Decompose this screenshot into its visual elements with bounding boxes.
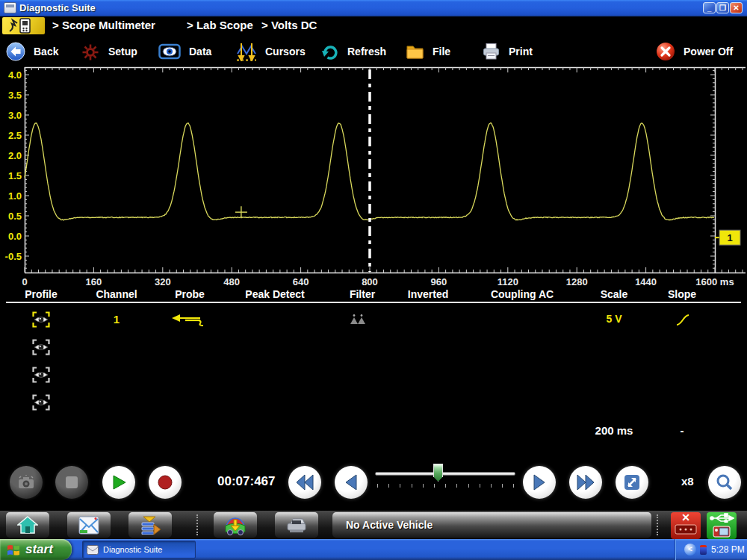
slope-icon[interactable] xyxy=(675,314,690,329)
channel-1-marker[interactable] xyxy=(719,230,740,245)
header-divider xyxy=(6,302,741,303)
data-button[interactable]: Data xyxy=(158,35,211,67)
record-button[interactable] xyxy=(149,466,182,499)
rewind-button[interactable] xyxy=(288,466,321,499)
profile-eye-button-1[interactable] xyxy=(32,311,50,328)
refresh-button[interactable]: Refresh xyxy=(320,35,386,67)
windows-taskbar: start Diagnostic Suite < 5:28 PM xyxy=(0,539,747,560)
svg-text:3.0: 3.0 xyxy=(8,110,22,121)
scanner-icon xyxy=(285,516,308,534)
timebase-slope[interactable]: - xyxy=(681,424,684,437)
file-button[interactable]: File xyxy=(406,35,450,67)
filter-icon[interactable] xyxy=(350,314,366,329)
home-button[interactable] xyxy=(6,512,49,538)
camera-icon xyxy=(17,475,35,490)
channel-1-value[interactable]: 1 xyxy=(114,313,120,326)
system-tray: < 5:28 PM xyxy=(675,539,747,560)
fast-forward-icon xyxy=(576,473,595,491)
snapshot-button[interactable] xyxy=(10,466,43,499)
svg-text:320: 320 xyxy=(155,276,171,287)
step-forward-button[interactable] xyxy=(523,466,556,499)
profile-eye-button-4[interactable] xyxy=(32,394,50,411)
taskbar-task-diagnostic-suite[interactable]: Diagnostic Suite xyxy=(82,541,196,559)
resize-button[interactable] xyxy=(616,466,648,499)
col-header-coupling-ac: Coupling AC xyxy=(491,288,554,300)
tray-chevron-button[interactable]: < xyxy=(684,544,696,556)
breadcrumb-volts-dc[interactable]: > Volts DC xyxy=(261,19,317,31)
col-header-channel: Channel xyxy=(96,288,137,300)
messages-button[interactable] xyxy=(67,512,111,538)
svg-text:-0.5: -0.5 xyxy=(5,251,22,262)
setup-icon xyxy=(81,42,100,61)
eye-icon xyxy=(32,394,50,411)
resize-icon xyxy=(623,473,641,491)
zoom-button[interactable] xyxy=(708,466,741,499)
playback-slider-thumb[interactable] xyxy=(433,464,443,482)
print-button[interactable]: Print xyxy=(482,35,533,67)
task-label: Diagnostic Suite xyxy=(103,545,163,554)
start-button[interactable]: start xyxy=(0,539,72,560)
playback-timestamp: 00:07:467 xyxy=(217,474,285,489)
svg-text:640: 640 xyxy=(293,276,309,287)
cursors-icon xyxy=(236,42,257,61)
data-manager-icon xyxy=(139,515,161,535)
playback-slider[interactable] xyxy=(375,472,515,476)
device-icon xyxy=(713,526,731,538)
profile-eye-button-2[interactable] xyxy=(32,339,50,355)
scanner-button[interactable] xyxy=(275,512,318,538)
vehicle-status-bar[interactable]: No Active Vehicle xyxy=(332,512,651,538)
col-header-probe: Probe xyxy=(175,288,205,300)
app-icon xyxy=(4,2,16,13)
col-header-inverted: Inverted xyxy=(408,288,448,300)
svg-text:1.0: 1.0 xyxy=(8,190,22,202)
stop-button[interactable] xyxy=(55,466,88,499)
svg-text:4.0: 4.0 xyxy=(8,69,22,81)
scale-value[interactable]: 5 V xyxy=(606,313,622,325)
svg-text:2.0: 2.0 xyxy=(8,150,22,161)
stop-icon xyxy=(65,476,78,489)
play-button[interactable] xyxy=(102,466,135,499)
home-icon xyxy=(17,515,38,535)
col-header-scale: Scale xyxy=(601,288,628,300)
usb-connected-indicator[interactable] xyxy=(707,512,737,539)
fast-forward-button[interactable] xyxy=(569,466,602,499)
vehicle-status-text: No Active Vehicle xyxy=(346,519,433,531)
minimize-button[interactable]: _ xyxy=(703,2,716,13)
breadcrumb-lab-scope[interactable]: > Lab Scope xyxy=(187,19,253,31)
svg-text:2.5: 2.5 xyxy=(8,130,22,141)
probe-icon[interactable] xyxy=(170,312,205,330)
svg-text:3.5: 3.5 xyxy=(8,90,22,101)
svg-text:480: 480 xyxy=(223,276,240,287)
back-button[interactable]: Back xyxy=(6,35,58,67)
svg-text:1440: 1440 xyxy=(635,276,657,287)
power-off-button[interactable]: Power Off xyxy=(656,35,733,67)
device-disconnected-indicator[interactable]: ✕ xyxy=(671,512,701,539)
previous-icon xyxy=(344,473,359,491)
svg-text:960: 960 xyxy=(431,276,447,287)
folder-icon xyxy=(406,43,424,59)
data-manager-button[interactable] xyxy=(128,512,172,538)
close-button[interactable]: ✕ xyxy=(730,2,743,13)
eye-icon xyxy=(32,311,50,328)
svg-text:1280: 1280 xyxy=(566,276,588,287)
svg-text:800: 800 xyxy=(362,276,378,287)
profile-eye-button-3[interactable] xyxy=(32,367,50,383)
cursors-button[interactable]: Cursors xyxy=(236,35,306,67)
task-icon xyxy=(87,545,99,555)
vehicle-button[interactable] xyxy=(214,512,257,538)
setup-button[interactable]: Setup xyxy=(81,35,137,67)
timebase-value[interactable]: 200 ms xyxy=(595,424,633,437)
breadcrumb-scope-multimeter[interactable]: > Scope Multimeter xyxy=(52,19,155,31)
iconbar-divider xyxy=(196,514,198,535)
restore-button[interactable]: ❐ xyxy=(716,2,729,13)
col-header-slope: Slope xyxy=(668,288,696,300)
svg-text:1600 ms: 1600 ms xyxy=(695,276,734,287)
scope-multimeter-icon[interactable] xyxy=(2,17,45,34)
tray-battery-icon[interactable] xyxy=(700,545,707,555)
step-back-button[interactable] xyxy=(335,466,368,499)
iconbar-divider-2 xyxy=(657,514,658,535)
windows-logo-icon xyxy=(6,542,21,557)
svg-text:160: 160 xyxy=(86,276,102,287)
playback-speed: x8 xyxy=(681,475,694,488)
rewind-icon xyxy=(295,473,314,491)
